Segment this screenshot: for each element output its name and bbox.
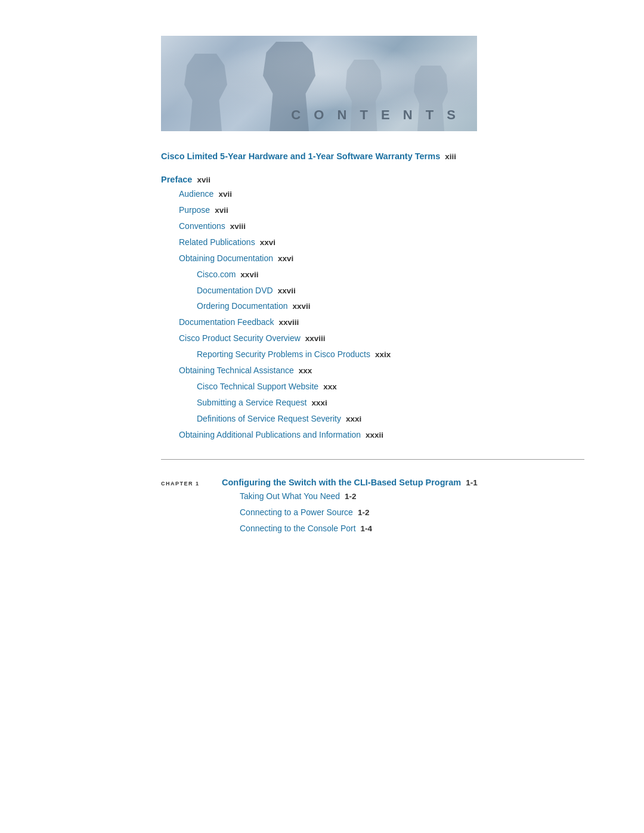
toc-item-link[interactable]: Ordering Documentation: [197, 299, 288, 314]
toc-item-page: xviii: [230, 220, 246, 234]
toc-item: Connecting to the Console Port1-4: [222, 522, 584, 536]
toc-item: Conventionsxviii: [161, 219, 584, 234]
toc-item-page: xvii: [218, 188, 232, 202]
toc-item: Obtaining Documentationxxvi: [161, 252, 584, 266]
toc-item: Cisco.comxxvii: [161, 268, 584, 282]
toc-item-page: xxvi: [278, 252, 293, 266]
toc-item-page: xxxii: [366, 429, 383, 442]
preface-items: AudiencexviiPurposexviiConventionsxviiiR…: [161, 187, 584, 442]
toc-item-page: xxvii: [278, 284, 296, 298]
toc-item-link[interactable]: Documentation DVD: [197, 284, 273, 298]
toc-item-page: xxxi: [311, 397, 327, 410]
toc-item-page: xxvi: [260, 236, 275, 250]
toc-item-page: xxix: [375, 348, 391, 362]
preface-link[interactable]: Preface: [161, 172, 192, 187]
toc-item-link[interactable]: Audience: [179, 187, 213, 202]
warranty-row: Cisco Limited 5-Year Hardware and 1-Year…: [161, 149, 584, 164]
toc-item-link[interactable]: Connecting to a Power Source: [240, 506, 353, 520]
toc-item-page: xxxi: [346, 413, 361, 426]
header-image: C O N T E N T S: [161, 36, 477, 131]
page-container: C O N T E N T S Cisco Limited 5-Year Har…: [0, 36, 644, 833]
warranty-link[interactable]: Cisco Limited 5-Year Hardware and 1-Year…: [161, 149, 440, 164]
toc-item: Cisco Product Security Overviewxxviii: [161, 332, 584, 346]
toc-item-page: xxviii: [279, 316, 299, 330]
toc-item-page: xvii: [215, 204, 228, 218]
toc-item-link[interactable]: Submitting a Service Request: [197, 396, 306, 410]
chapter-divider: [161, 459, 584, 460]
toc-item: Definitions of Service Request Severityx…: [161, 412, 584, 426]
preface-page: xvii: [197, 174, 210, 187]
toc-item-link[interactable]: Connecting to the Console Port: [240, 522, 356, 536]
toc-item: Obtaining Additional Publications and In…: [161, 428, 584, 442]
chapter1-section: CHAPTER 1 Configuring the Switch with th…: [161, 478, 584, 538]
toc-item: Related Publicationsxxvi: [161, 236, 584, 250]
chapter1-content: Configuring the Switch with the CLI-Base…: [222, 478, 584, 538]
toc-item-link[interactable]: Taking Out What You Need: [240, 490, 340, 504]
toc-item-page: 1-2: [358, 506, 370, 520]
toc-preface: Preface xvii AudiencexviiPurposexviiConv…: [161, 172, 584, 442]
chapter1-page: 1-1: [466, 478, 478, 487]
toc-item-link[interactable]: Obtaining Additional Publications and In…: [179, 428, 361, 442]
toc-item-page: xxvii: [293, 300, 311, 314]
toc-item-link[interactable]: Cisco Product Security Overview: [179, 332, 301, 346]
main-content: Cisco Limited 5-Year Hardware and 1-Year…: [161, 149, 584, 538]
toc-item: Ordering Documentationxxvii: [161, 299, 584, 314]
toc-item: Audiencexvii: [161, 187, 584, 202]
toc-item-link[interactable]: Obtaining Documentation: [179, 252, 273, 266]
toc-item-link[interactable]: Definitions of Service Request Severity: [197, 412, 341, 426]
toc-item-page: xxvii: [240, 268, 258, 282]
toc-item: Submitting a Service Requestxxxi: [161, 396, 584, 410]
toc-item: Documentation DVDxxvii: [161, 284, 584, 298]
toc-item-link[interactable]: Reporting Security Problems in Cisco Pro…: [197, 348, 370, 362]
toc-item: Reporting Security Problems in Cisco Pro…: [161, 348, 584, 362]
chapter1-items: Taking Out What You Need1-2Connecting to…: [222, 490, 584, 536]
toc-item-link[interactable]: Purpose: [179, 203, 210, 218]
toc-item: Cisco Technical Support Websitexxx: [161, 380, 584, 394]
chapter1-link[interactable]: Configuring the Switch with the CLI-Base…: [222, 478, 461, 487]
toc-item-link[interactable]: Related Publications: [179, 236, 255, 250]
toc-item: Taking Out What You Need1-2: [222, 490, 584, 504]
warranty-page: xiii: [445, 150, 456, 164]
chapter1-title-row: Configuring the Switch with the CLI-Base…: [222, 478, 584, 487]
contents-label: C O N T E N T S: [291, 107, 460, 123]
toc-item-page: 1-2: [345, 490, 357, 504]
toc-item: Obtaining Technical Assistancexxx: [161, 364, 584, 378]
toc-warranty: Cisco Limited 5-Year Hardware and 1-Year…: [161, 149, 584, 164]
toc-item-link[interactable]: Cisco Technical Support Website: [197, 380, 318, 394]
toc-item-page: xxx: [299, 364, 312, 378]
toc-item-link[interactable]: Obtaining Technical Assistance: [179, 364, 294, 378]
preface-title-row: Preface xvii: [161, 172, 584, 187]
toc-item-page: xxx: [323, 380, 337, 394]
toc-item-link[interactable]: Conventions: [179, 219, 225, 234]
toc-item-link[interactable]: Documentation Feedback: [179, 315, 274, 330]
toc-item: Purposexvii: [161, 203, 584, 218]
toc-item-link[interactable]: Cisco.com: [197, 268, 236, 282]
toc-item: Documentation Feedbackxxviii: [161, 315, 584, 330]
chapter-label: CHAPTER 1: [161, 479, 215, 487]
toc-item: Connecting to a Power Source1-2: [222, 506, 584, 520]
figure-silhouette-1: [179, 54, 233, 131]
toc-item-page: xxviii: [305, 332, 326, 346]
toc-item-page: 1-4: [361, 522, 373, 536]
